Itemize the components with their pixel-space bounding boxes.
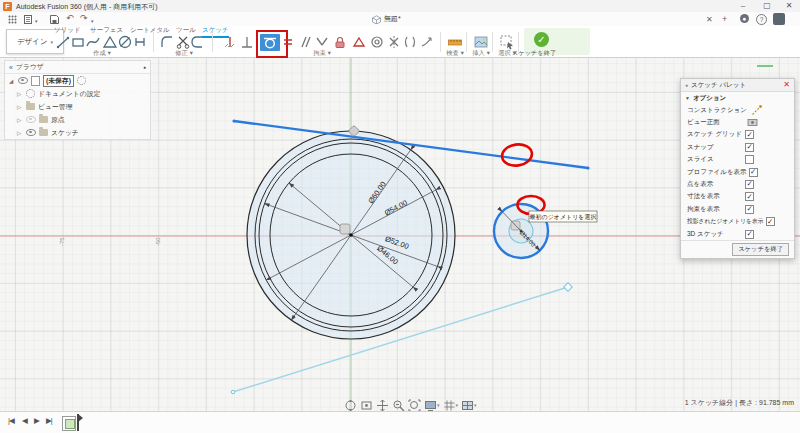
row-label: 投影されたジオメトリを表示 — [687, 217, 764, 226]
construction-icon[interactable] — [751, 105, 762, 116]
midpoint-constraint-icon[interactable] — [350, 33, 368, 51]
palette-row-sketch-grid[interactable]: スケッチ グリッド — [681, 129, 794, 141]
tree-collapsed-icon[interactable]: ▷ — [17, 91, 23, 97]
panel-collapse-icon[interactable]: « — [9, 64, 13, 71]
timeline-skip-start-button[interactable]: |◀ — [8, 416, 14, 425]
fit-icon[interactable] — [408, 399, 421, 412]
smooth-constraint-icon[interactable] — [418, 33, 436, 51]
show-profile-checkbox[interactable] — [749, 168, 758, 177]
look-at-icon[interactable] — [360, 399, 373, 412]
gear-icon[interactable] — [77, 76, 86, 85]
close-tab-icon[interactable]: ✕ — [706, 15, 713, 25]
document-cube-icon — [372, 15, 381, 24]
finish-sketch-label[interactable]: スケッチを終了 — [512, 49, 602, 58]
undo-icon[interactable]: ↶ — [66, 13, 74, 23]
visibility-eye-icon[interactable] — [18, 77, 28, 84]
app-grid-icon[interactable] — [8, 15, 17, 26]
dropdown-caret: ▾ — [456, 402, 459, 408]
palette-row-show-constraints[interactable]: 拘束を表示 — [681, 203, 794, 215]
timeline-sketch-feature[interactable] — [62, 416, 76, 431]
tangent-constraint-icon — [262, 34, 278, 50]
browser-title: ブラウザ — [16, 62, 44, 72]
browser-item-origin[interactable]: ▷ 原点 — [5, 113, 150, 126]
constraints-group-label[interactable]: 拘束▾ — [300, 49, 344, 58]
job-status-icon[interactable]: ● — [740, 14, 749, 23]
tangent-constraint-button[interactable] — [260, 34, 280, 51]
coincident-constraint-icon[interactable] — [238, 33, 256, 51]
close-button[interactable]: ✕ — [780, 0, 798, 12]
user-avatar[interactable] — [773, 13, 785, 25]
visibility-eye-icon[interactable] — [26, 116, 36, 123]
dropdown-caret[interactable]: ▾ — [91, 16, 94, 26]
palette-row-show-projected[interactable]: 投影されたジオメトリを表示 — [681, 216, 794, 228]
orbit-icon[interactable] — [344, 399, 357, 412]
palette-row-show-points[interactable]: 点を表示 — [681, 178, 794, 190]
palette-options-section[interactable]: ▼ オプション — [681, 92, 794, 104]
visibility-eye-icon[interactable] — [26, 129, 36, 136]
finish-check-icon[interactable]: ✓ — [534, 32, 549, 47]
new-tab-icon[interactable]: + — [722, 14, 727, 24]
timeline-play-button[interactable]: ▶ — [34, 416, 39, 425]
minimize-button[interactable]: – — [734, 0, 752, 12]
help-icon[interactable]: ? — [756, 14, 767, 25]
palette-close-icon[interactable]: ✕ — [783, 81, 790, 89]
show-dimensions-checkbox[interactable] — [745, 192, 754, 201]
tree-expand-icon[interactable]: ◢ — [9, 78, 15, 84]
look-at-plane-icon[interactable] — [747, 117, 758, 128]
display-mode-icon[interactable]: ● — [143, 64, 146, 70]
tree-collapsed-icon[interactable]: ▷ — [17, 130, 23, 136]
save-icon[interactable] — [50, 15, 59, 26]
palette-row-show-dimensions[interactable]: 寸法を表示 — [681, 191, 794, 203]
pan-icon[interactable] — [376, 399, 389, 412]
browser-item-document-settings[interactable]: ▷ ドキュメントの設定 — [5, 87, 150, 100]
zoom-icon[interactable] — [392, 399, 405, 412]
create-group-label[interactable]: 作成▾ — [72, 49, 132, 58]
show-points-checkbox[interactable] — [745, 180, 754, 189]
redo-icon[interactable]: ↷ — [80, 13, 88, 23]
root-document-label[interactable]: (未保存) — [43, 75, 74, 87]
show-projected-geometry-checkbox[interactable] — [766, 217, 775, 226]
axis-label: -50 — [155, 237, 161, 246]
palette-header[interactable]: ● スケッチ パレット ✕ — [681, 79, 794, 92]
timeline-bar: |◀ ◀ ▶ ▶| — [0, 411, 800, 433]
annotation-ellipse-1 — [501, 143, 534, 168]
sketch-grid-checkbox[interactable] — [745, 130, 754, 139]
display-settings-icon[interactable]: ▾ — [424, 399, 440, 412]
document-tab[interactable]: 無題* — [368, 13, 405, 25]
browser-item-named-views[interactable]: ▷ ビュー管理 — [5, 100, 150, 113]
dropdown-caret[interactable]: ▾ — [35, 16, 38, 26]
palette-finish-sketch-button[interactable]: スケッチを終了 — [732, 243, 789, 256]
browser-root-row[interactable]: ◢ (未保存) — [5, 74, 150, 87]
palette-row-snap[interactable]: スナップ — [681, 141, 794, 153]
palette-row-3d-sketch[interactable]: 3D スケッチ — [681, 228, 794, 240]
palette-row-show-profile[interactable]: プロファイルを表示 — [681, 166, 794, 178]
curvature-constraint-icon[interactable] — [401, 33, 419, 51]
fix-constraint-icon[interactable] — [221, 33, 239, 51]
dropdown-caret: ▾ — [474, 402, 477, 408]
timeline-skip-end-button[interactable]: ▶| — [46, 416, 52, 425]
tree-collapsed-icon[interactable]: ▷ — [17, 117, 23, 123]
timeline-step-back-button[interactable]: ◀ — [22, 416, 27, 425]
snap-checkbox[interactable] — [745, 143, 754, 152]
palette-row-slice[interactable]: スライス — [681, 154, 794, 166]
tree-collapsed-icon[interactable]: ▷ — [17, 104, 23, 110]
slot-tool-icon[interactable] — [131, 33, 149, 51]
3d-sketch-checkbox[interactable] — [745, 230, 754, 239]
maximize-button[interactable]: ▢ — [758, 0, 776, 12]
row-label: 寸法を表示 — [687, 192, 743, 201]
browser-item-sketches[interactable]: ▷ スケッチ — [5, 126, 150, 139]
equal-constraint-icon[interactable] — [279, 33, 297, 51]
palette-row-construction[interactable]: コンストラクション — [681, 104, 794, 116]
browser-header: « ブラウザ ● — [5, 61, 150, 74]
grid-settings-icon[interactable]: ▾ — [443, 399, 459, 412]
concentric-constraint-icon[interactable] — [368, 33, 386, 51]
slice-checkbox[interactable] — [745, 155, 754, 164]
timeline-position-marker[interactable] — [77, 414, 79, 431]
show-constraints-checkbox[interactable] — [745, 205, 754, 214]
modify-group-label[interactable]: 修正▾ — [162, 49, 206, 58]
file-menu-icon[interactable] — [24, 15, 33, 26]
palette-row-look-at[interactable]: ビュー正面 — [681, 116, 794, 128]
viewports-icon[interactable]: ▾ — [461, 399, 477, 412]
row-label: 点を表示 — [687, 180, 743, 189]
row-label: スライス — [687, 155, 743, 164]
